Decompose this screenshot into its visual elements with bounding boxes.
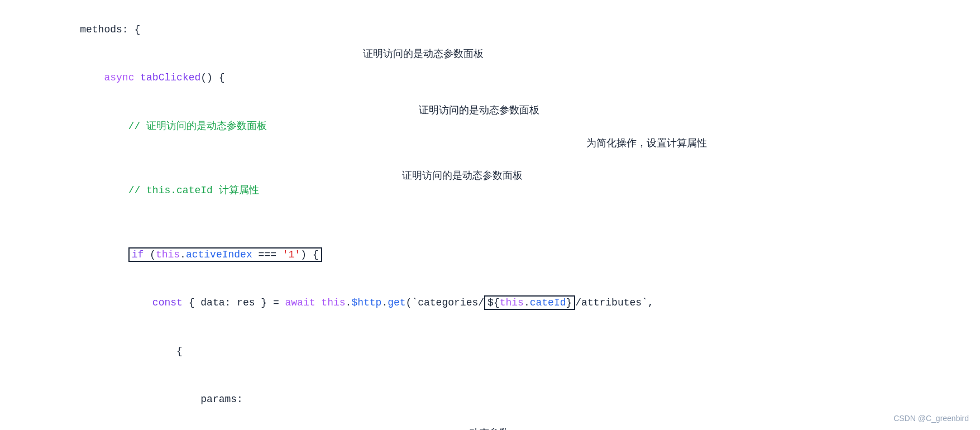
code-line-1: methods: { [56,6,963,54]
annotation-1: 证明访问的是动态参数面板 [419,102,539,118]
code-line-4: // this.cateId 计算属性 证明访问的是动态参数面板 [56,166,963,231]
code-comment: // this.cateId 计算属性 [80,185,259,196]
code-line-8: params: [56,375,963,423]
code-comment: // 证明访问的是动态参数面板 [80,121,267,132]
annotation-simplify: 为简化操作，设置计算属性 [586,135,707,151]
annotation-1b: 证明访问的是动态参数面板 [402,168,523,184]
code-text: const { data: res } = await this.$http.g… [80,295,654,310]
watermark: CSDN @C_greenbird [893,412,969,424]
annotation-prove: 证明访问的是动态参数面板 [363,46,484,62]
code-text: { [80,346,183,357]
code-text: async tabClicked() { [80,72,224,83]
code-line-5: if (this.activeIndex === '1') { [56,231,963,279]
code-text: if (this.activeIndex === '1') { [80,247,322,262]
code-block: methods: { async tabClicked() { // 证明访问的… [0,0,980,430]
code-text: methods: { [80,24,140,35]
annotation-3: 动态参数 [469,425,509,430]
code-line-7: { [56,327,963,375]
code-line-3: // 证明访问的是动态参数面板 证明访问的是动态参数面板 [56,102,963,166]
code-line-6: const { data: res } = await this.$http.g… [56,279,963,327]
code-line-9: { sel: 'many' } 动态参数 [56,424,963,430]
code-text: params: [80,394,243,405]
code-line-2: async tabClicked() { [56,54,963,102]
